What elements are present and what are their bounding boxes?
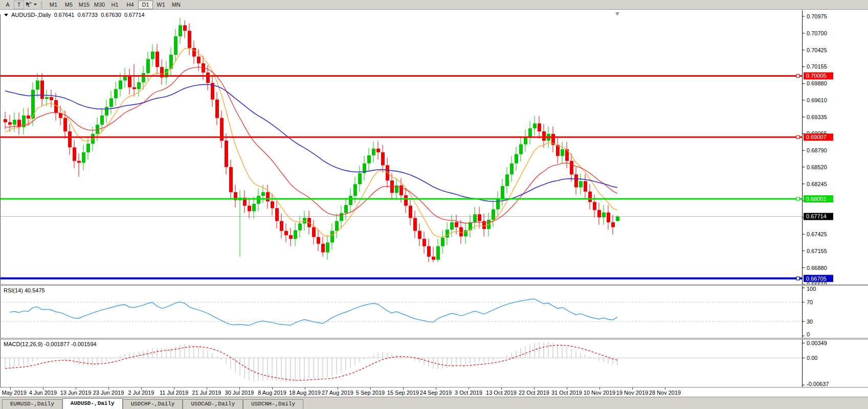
timeframe-button-group: M1M5M15M30H1H4D1W1MN: [46, 1, 184, 9]
svg-text:0.70005: 0.70005: [806, 73, 827, 79]
price-tick-label: 0.68790: [807, 147, 827, 153]
timeframe-button-h4[interactable]: H4: [123, 1, 138, 9]
price-tick-label: 0.69335: [807, 114, 827, 120]
toolbar-grip-handle[interactable]: [41, 2, 42, 8]
rsi-tick-label: 0: [807, 331, 810, 337]
rsi-tick-label: 70: [807, 299, 813, 305]
rsi-indicator-panel[interactable]: 10070300: [0, 286, 868, 338]
chart-shift-marker[interactable]: [615, 12, 619, 16]
price-tick-label: 0.70425: [807, 47, 827, 53]
toolbar: A T M1M5M15M30H1H4D1W1MN: [0, 0, 868, 10]
price-tick-label: 0.70700: [807, 30, 827, 36]
arrow-style-button[interactable]: A: [3, 1, 13, 9]
ohlc-high-value: 0.67733: [77, 12, 98, 18]
trading-terminal-window: A T M1M5M15M30H1H4D1W1MN AUDUSD-,Daily 0…: [0, 0, 868, 409]
macd-tick-label: -0.00637: [807, 381, 829, 387]
macd-indicator-panel[interactable]: 0.003490.00-0.00637: [0, 339, 868, 387]
macd-indicator-label: MACD(12,26,9) -0.001877 -0.001594: [4, 341, 97, 347]
tab-usdcnhdaily[interactable]: USDCNH-,Daily: [243, 399, 303, 409]
price-tick-label: 0.69610: [807, 97, 827, 103]
macd-tick-label: 0.00: [807, 355, 817, 361]
cursor-tool-button[interactable]: [25, 1, 37, 9]
cursor-arrows-icon: [26, 2, 32, 8]
macd-tick-label: 0.00349: [807, 340, 827, 346]
ohlc-open-value: 0.67641: [54, 12, 75, 18]
price-tick-label: 0.70155: [807, 63, 827, 70]
timeframe-button-d1[interactable]: D1: [138, 1, 153, 9]
tab-usdchfdaily[interactable]: USDCHF-,Daily: [123, 399, 183, 409]
chart-dropdown-icon[interactable]: [4, 14, 8, 16]
macd-histogram: [5, 342, 617, 382]
level-line-handle[interactable]: [796, 197, 799, 200]
rsi-tick-label: 30: [807, 319, 813, 325]
price-tick-label: 0.68520: [807, 164, 827, 170]
timeframe-button-w1[interactable]: W1: [153, 1, 168, 9]
level-line-handle[interactable]: [796, 135, 799, 139]
timeframe-button-m30[interactable]: M30: [92, 1, 107, 9]
timeframe-button-m1[interactable]: M1: [46, 1, 61, 9]
price-tick-label: 0.69880: [807, 80, 827, 86]
tab-usdcaddaily[interactable]: USDCAD-,Daily: [183, 399, 243, 409]
price-tick-label: 0.67155: [807, 248, 827, 254]
timeframe-button-m15[interactable]: M15: [77, 1, 92, 9]
level-line-handle[interactable]: [796, 277, 799, 280]
svg-text:0.67714: 0.67714: [806, 213, 827, 219]
candlestick-series: [4, 18, 619, 262]
rsi-indicator-label: RSI(14) 40.5475: [4, 287, 45, 293]
chart-title-row: AUDUSD-,Daily 0.67641 0.67733 0.67630 0.…: [4, 12, 145, 18]
timeframe-button-h1[interactable]: H1: [107, 1, 122, 9]
level-line-handle[interactable]: [796, 74, 799, 77]
timeframe-button-mn[interactable]: MN: [169, 1, 184, 9]
svg-text:0.66705: 0.66705: [806, 276, 827, 282]
ohlc-low-value: 0.67630: [101, 12, 121, 18]
price-tick-label: 0.68245: [807, 181, 827, 187]
price-tick-label: 0.70975: [807, 13, 827, 19]
price-tick-label: 0.67425: [807, 231, 827, 237]
price-axis-labels[interactable]: 0.709750.707000.704250.701550.698800.696…: [802, 13, 827, 284]
ohlc-close-value: 0.67714: [124, 12, 145, 18]
text-label-button[interactable]: T: [14, 1, 24, 9]
date-axis[interactable]: 26 May 20194 Jun 201913 Jun 201923 Jun 2…: [0, 388, 868, 397]
date-tick-label: 28 Nov 2019: [642, 390, 688, 396]
svg-text:0.69007: 0.69007: [806, 134, 827, 140]
tab-eurusddaily[interactable]: EURUSD-,Daily: [2, 399, 62, 409]
chart-symbol-title: AUDUSD-,Daily: [11, 12, 51, 18]
timeframe-button-m5[interactable]: M5: [61, 1, 76, 9]
main-chart-panel[interactable]: 0.709750.707000.704250.701550.698800.696…: [0, 10, 868, 284]
rsi-tick-label: 100: [807, 286, 816, 292]
chevron-down-icon: [34, 4, 37, 6]
price-tick-label: 0.66880: [807, 265, 827, 271]
svg-text:0.68001: 0.68001: [806, 196, 827, 202]
tab-audusddaily[interactable]: AUDUSD-,Daily: [62, 398, 123, 409]
chart-tab-bar: EURUSD-,DailyAUDUSD-,DailyUSDCHF-,DailyU…: [0, 397, 868, 409]
